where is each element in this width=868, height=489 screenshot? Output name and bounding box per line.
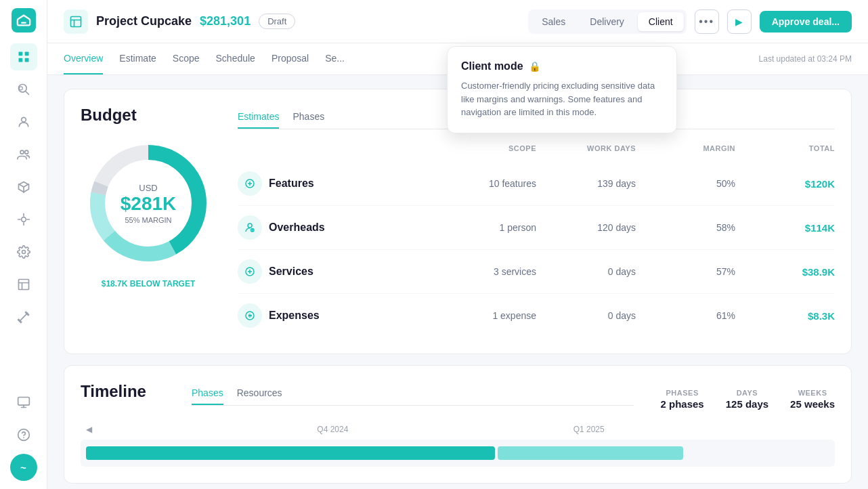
tab-schedule[interactable]: Schedule bbox=[216, 43, 255, 75]
sidebar-item-display[interactable] bbox=[10, 389, 37, 416]
play-button[interactable]: ▶ bbox=[727, 9, 752, 34]
col-margin: MARGIN bbox=[636, 144, 735, 152]
sidebar-item-settings[interactable] bbox=[10, 238, 37, 265]
svg-line-6 bbox=[25, 91, 28, 95]
features-icon bbox=[238, 171, 262, 196]
user-avatar[interactable]: ~ bbox=[10, 454, 37, 481]
timeline-tab-resources[interactable]: Resources bbox=[237, 382, 282, 405]
timeline-tab-phases[interactable]: Phases bbox=[192, 382, 223, 405]
row-expenses-label: Expenses bbox=[238, 303, 437, 328]
expenses-icon bbox=[238, 303, 262, 328]
sidebar-item-wand[interactable] bbox=[10, 303, 37, 331]
table-row: Services 3 services 0 days 57% $38.9K bbox=[238, 250, 835, 294]
stat-phases: PHASES 2 phases bbox=[661, 389, 704, 410]
services-icon bbox=[238, 259, 262, 284]
svg-rect-2 bbox=[18, 58, 22, 62]
timeline-label-q4: Q4 2024 bbox=[317, 425, 348, 434]
features-name: Features bbox=[269, 177, 314, 190]
expenses-scope: 1 expense bbox=[437, 310, 536, 321]
tooltip-title: Client mode 🔒 bbox=[461, 60, 663, 72]
stat-weeks-value: 25 weeks bbox=[790, 398, 835, 410]
more-options-button[interactable]: ••• bbox=[695, 9, 719, 34]
features-margin: 50% bbox=[636, 178, 735, 189]
sales-nav-btn[interactable]: Sales bbox=[531, 12, 576, 31]
sidebar-item-dashboard[interactable] bbox=[10, 43, 37, 70]
view-mode-nav: Sales Delivery Client bbox=[528, 9, 686, 34]
budget-right-panel: Estimates Phases SCOPE WORK DAYS MARGIN … bbox=[238, 106, 835, 337]
project-icon bbox=[64, 9, 88, 34]
tab-scope[interactable]: Scope bbox=[173, 43, 200, 75]
sidebar-item-building[interactable] bbox=[10, 271, 37, 298]
stat-days: DAYS 125 days bbox=[726, 389, 768, 410]
timeline-stats: PHASES 2 phases DAYS 125 days WEEKS 25 w… bbox=[661, 389, 836, 410]
header: Project Cupcake $281,301 Draft Sales Del… bbox=[47, 0, 868, 43]
svg-point-7 bbox=[21, 117, 26, 122]
client-nav-btn[interactable]: Client bbox=[638, 12, 684, 31]
more-icon: ••• bbox=[699, 16, 714, 28]
stat-phases-value: 2 phases bbox=[661, 398, 704, 410]
below-target-text: $18.7K BELOW TARGET bbox=[102, 279, 195, 289]
sidebar-item-search[interactable] bbox=[10, 76, 37, 103]
project-amount: $281,301 bbox=[200, 14, 251, 28]
tab-proposal[interactable]: Proposal bbox=[272, 43, 309, 75]
client-mode-tooltip: Client mode 🔒 Customer-friendly pricing … bbox=[447, 46, 677, 133]
budget-tab-phases[interactable]: Phases bbox=[292, 106, 324, 129]
col-label bbox=[238, 144, 437, 152]
overheads-icon bbox=[238, 215, 262, 240]
svg-point-11 bbox=[21, 217, 26, 222]
svg-point-35 bbox=[248, 224, 252, 228]
features-total: $120K bbox=[735, 178, 835, 190]
last-updated-text: Last updated at 03:24 PM bbox=[759, 54, 852, 64]
tab-overview[interactable]: Overview bbox=[64, 43, 103, 75]
budget-tab-estimates[interactable]: Estimates bbox=[238, 106, 279, 129]
project-title: Project Cupcake bbox=[96, 14, 192, 28]
timeline-card: Timeline Phases Resources PHASES 2 phase… bbox=[64, 365, 852, 484]
donut-margin: 55% MARGIN bbox=[121, 216, 177, 224]
col-workdays: WORK DAYS bbox=[536, 144, 636, 152]
svg-rect-17 bbox=[18, 280, 28, 290]
timeline-bar-area: ◀ Q4 2024 Q1 2025 bbox=[81, 425, 835, 467]
delivery-nav-btn[interactable]: Delivery bbox=[579, 12, 635, 31]
timeline-bar-segment-1 bbox=[86, 446, 495, 460]
approve-deal-button[interactable]: Approve deal... bbox=[760, 11, 852, 33]
project-status-badge: Draft bbox=[259, 14, 295, 29]
expenses-name: Expenses bbox=[269, 310, 320, 322]
sidebar-item-team[interactable] bbox=[10, 141, 37, 168]
tooltip-title-text: Client mode bbox=[461, 60, 523, 72]
budget-title: Budget bbox=[81, 106, 137, 125]
stat-phases-label: PHASES bbox=[661, 389, 704, 397]
app-logo[interactable] bbox=[12, 8, 36, 33]
overheads-name: Overheads bbox=[269, 221, 325, 234]
col-total: TOTAL bbox=[735, 144, 835, 152]
svg-point-16 bbox=[22, 251, 25, 254]
tab-estimate[interactable]: Estimate bbox=[119, 43, 156, 75]
svg-rect-24 bbox=[71, 16, 81, 26]
features-workdays: 139 days bbox=[536, 178, 636, 189]
stat-weeks: WEEKS 25 weeks bbox=[790, 389, 835, 410]
sidebar-item-box[interactable] bbox=[10, 173, 37, 200]
services-scope: 3 services bbox=[437, 266, 536, 277]
svg-point-9 bbox=[24, 150, 28, 154]
donut-center-text: USD $281K 55% MARGIN bbox=[121, 183, 177, 224]
tab-more[interactable]: Se... bbox=[325, 43, 345, 75]
tooltip-body: Customer-friendly pricing excluding sens… bbox=[461, 79, 663, 119]
table-row: Expenses 1 expense 0 days 61% $8.3K bbox=[238, 294, 835, 337]
services-margin: 57% bbox=[636, 266, 735, 277]
overheads-scope: 1 person bbox=[437, 222, 536, 233]
stat-days-value: 125 days bbox=[726, 398, 768, 410]
sidebar-item-magic[interactable] bbox=[10, 206, 37, 233]
expenses-margin: 61% bbox=[636, 310, 735, 321]
overheads-margin: 58% bbox=[636, 222, 735, 233]
table-row: Overheads 1 person 120 days 58% $114K bbox=[238, 206, 835, 250]
col-scope: SCOPE bbox=[437, 144, 536, 152]
sidebar-item-contacts[interactable] bbox=[10, 108, 37, 135]
row-services-label: Services bbox=[238, 259, 437, 284]
row-features-label: Features bbox=[238, 171, 437, 196]
page-content: Budget bbox=[47, 75, 868, 489]
sidebar-item-help[interactable] bbox=[10, 421, 37, 448]
timeline-tabs: Phases Resources bbox=[192, 382, 634, 406]
donut-currency: USD bbox=[121, 183, 177, 193]
svg-rect-1 bbox=[24, 52, 28, 56]
budget-donut-chart: USD $281K 55% MARGIN bbox=[81, 135, 216, 271]
svg-point-5 bbox=[19, 87, 22, 90]
